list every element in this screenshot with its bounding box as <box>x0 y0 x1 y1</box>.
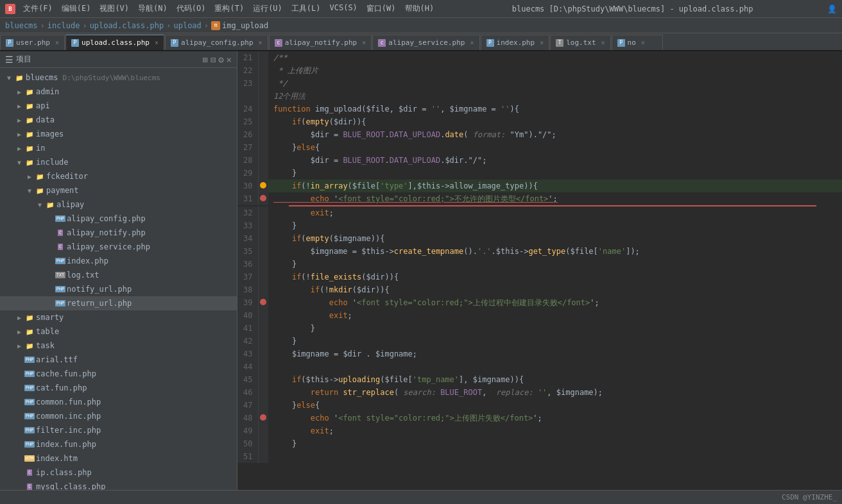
line-content: echo '<font style="color:red;">上传图片失败</f… <box>268 412 842 424</box>
tree-item[interactable]: Cip.class.php <box>0 466 237 480</box>
tab-bar[interactable]: Puser.php×Pupload.class.php×Palipay_conf… <box>0 33 842 51</box>
tab-upload-class-php[interactable]: Pupload.class.php× <box>65 35 164 50</box>
tree-item[interactable]: PHPreturn_url.php <box>0 296 237 310</box>
tree-item[interactable]: ▶📁admin <box>0 85 237 99</box>
tree-arrow <box>15 426 23 434</box>
tab-file-icon: P <box>71 39 79 47</box>
tree-file-icon: PHP <box>25 355 34 364</box>
title-bar: B 文件(F)编辑(E)视图(V)导航(N)代码(O)重构(T)运行(U)工具(… <box>0 0 842 18</box>
tree-item[interactable]: PHPcommon.inc.php <box>0 409 237 423</box>
breadcrumb-item[interactable]: include <box>47 21 80 30</box>
tree-item[interactable]: ▼📁include <box>0 155 237 169</box>
tree-item[interactable]: PHPcache.fun.php <box>0 367 237 381</box>
tree-arrow <box>46 285 54 293</box>
tree-item[interactable]: PHPnotify_url.php <box>0 282 237 296</box>
tree-item[interactable]: PHPfilter.inc.php <box>0 423 237 437</box>
line-gutter <box>258 245 268 258</box>
line-number: 23 <box>237 77 258 90</box>
tree-item[interactable]: Cmysql.class.php <box>0 480 237 490</box>
collapse-all-icon[interactable]: ⊟ <box>210 55 216 65</box>
code-line: 39 echo '<font style="color:red;">上传过程中创… <box>237 296 842 309</box>
menu-item[interactable]: 编辑(E) <box>58 2 95 15</box>
close-sidebar-icon[interactable]: × <box>227 55 232 65</box>
tree-item[interactable]: Calipay_service.php <box>0 240 237 254</box>
line-content <box>268 360 842 373</box>
tree-arrow: ▼ <box>26 187 33 194</box>
tree-item-label: filter.inc.php <box>36 426 101 435</box>
tab-close-icon[interactable]: × <box>55 39 59 46</box>
tab-close-icon[interactable]: × <box>470 39 474 46</box>
tree-item[interactable]: ▶📁fckeditor <box>0 169 237 183</box>
tree-item[interactable]: PHPindex.fun.php <box>0 437 237 451</box>
app-logo: B <box>5 4 15 14</box>
code-line: 26 $dir = BLUE_ROOT.DATA_UPLOAD.date( fo… <box>237 128 842 141</box>
menu-item[interactable]: 代码(O) <box>173 2 210 15</box>
code-viewport[interactable]: 21/**22 * 上传图片23 */12个用法24function img_u… <box>237 51 842 490</box>
breadcrumb-item[interactable]: upload.class.php <box>90 21 164 30</box>
tree-item[interactable]: ▶📁data <box>0 113 237 127</box>
tree-item[interactable]: ▶📁images <box>0 127 237 141</box>
tree-item[interactable]: PHPalipay_config.php <box>0 212 237 226</box>
user-icon[interactable]: 👤 <box>827 4 837 13</box>
tree-item[interactable]: Calipay_notify.php <box>0 226 237 240</box>
tab-close-icon[interactable]: × <box>259 39 262 46</box>
line-content: } <box>268 258 842 271</box>
menu-item[interactable]: 工具(L) <box>288 2 325 15</box>
settings-icon[interactable]: ⚙ <box>218 55 223 65</box>
sidebar-actions[interactable]: ⊞ ⊟ ⚙ × <box>202 55 232 65</box>
tree-item[interactable]: ▶📁table <box>0 324 237 339</box>
line-content: } <box>268 219 842 232</box>
tree-item[interactable]: PHPcommon.fun.php <box>0 395 237 409</box>
code-line: 31 echo '<font style="color:red;">不允许的图片… <box>237 192 842 205</box>
tree-item-label: log.txt <box>67 271 99 280</box>
tree-arrow: ▶ <box>26 172 33 180</box>
tree-item[interactable]: PHParial.ttf <box>0 353 237 367</box>
tree-item[interactable]: ▼📁payment <box>0 183 237 197</box>
tree-item[interactable]: ▶📁in <box>0 141 237 155</box>
code-line: 48 echo '<font style="color:red;">上传图片失败… <box>237 412 842 424</box>
tab-no[interactable]: Pno× <box>612 35 663 50</box>
menu-item[interactable]: 运行(U) <box>249 2 286 15</box>
tree-item[interactable]: TXTlog.txt <box>0 268 237 282</box>
menu-item[interactable]: 视图(V) <box>96 2 133 15</box>
tree-item[interactable]: ▼📁alipay <box>0 197 237 212</box>
tab-log-txt[interactable]: Tlog.txt× <box>550 35 610 50</box>
line-content <box>268 450 842 463</box>
tab-alipay_notify-php[interactable]: calipay_notify.php× <box>269 35 372 50</box>
tab-close-icon[interactable]: × <box>362 39 366 46</box>
breadcrumb-item[interactable]: bluecms <box>5 21 38 30</box>
tree-item[interactable]: HTMindex.htm <box>0 451 237 466</box>
file-tree[interactable]: ▼ 📁 bluecms D:\phpStudy\WWW\bluecms ▶📁ad… <box>0 68 237 490</box>
tree-root[interactable]: ▼ 📁 bluecms D:\phpStudy\WWW\bluecms <box>0 71 237 85</box>
folder-icon: 📁 <box>15 73 24 82</box>
tree-item[interactable]: ▶📁task <box>0 339 237 353</box>
tree-item[interactable]: ▶📁smarty <box>0 310 237 324</box>
tree-root-label: bluecms <box>26 73 58 82</box>
menu-item[interactable]: VCS(S) <box>326 2 361 15</box>
line-gutter <box>258 271 268 283</box>
tab-alipay_config-php[interactable]: Palipay_config.php× <box>165 35 268 50</box>
menu-item[interactable]: 导航(N) <box>134 2 171 15</box>
tab-user-php[interactable]: Puser.php× <box>0 35 65 50</box>
menu-item[interactable]: 重构(T) <box>210 2 248 15</box>
tab-close-icon[interactable]: × <box>540 39 544 46</box>
tab-file-icon: c <box>275 39 282 47</box>
tree-item[interactable]: PHPindex.php <box>0 254 237 268</box>
tree-arrow <box>15 441 23 448</box>
line-number: 31 <box>237 192 258 205</box>
breadcrumb-item[interactable]: upload <box>173 21 201 30</box>
tree-item[interactable]: ▶📁api <box>0 99 237 113</box>
breakpoint-icon <box>260 299 266 305</box>
expand-all-icon[interactable]: ⊞ <box>202 55 207 65</box>
tree-item[interactable]: PHPcat.fun.php <box>0 381 237 395</box>
tab-close-icon[interactable]: × <box>601 39 605 46</box>
menu-item[interactable]: 帮助(H) <box>401 2 438 15</box>
tab-alipay_service-php[interactable]: calipay_service.php× <box>372 35 479 50</box>
menu-item[interactable]: 窗口(W) <box>363 2 400 15</box>
tab-close-icon[interactable]: × <box>641 39 645 46</box>
tab-close-icon[interactable]: × <box>155 39 159 46</box>
tab-index-php[interactable]: Pindex.php× <box>481 35 550 50</box>
menu-bar[interactable]: 文件(F)编辑(E)视图(V)导航(N)代码(O)重构(T)运行(U)工具(L)… <box>19 2 438 15</box>
line-content: */ <box>268 77 842 90</box>
menu-item[interactable]: 文件(F) <box>19 2 56 15</box>
